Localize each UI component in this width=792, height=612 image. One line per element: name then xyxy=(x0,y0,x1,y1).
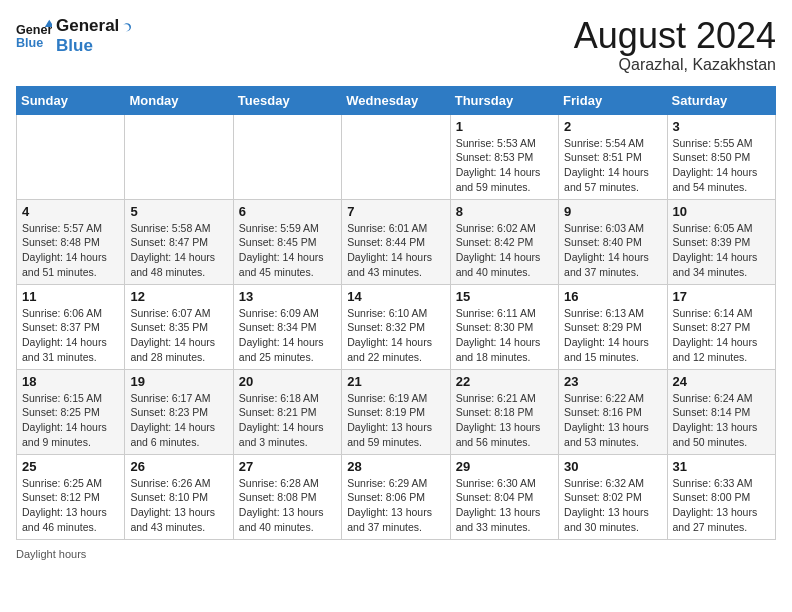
day-info: Sunrise: 6:03 AMSunset: 8:40 PMDaylight:… xyxy=(564,221,661,280)
calendar-cell: 14Sunrise: 6:10 AMSunset: 8:32 PMDayligh… xyxy=(342,284,450,369)
calendar-cell: 4Sunrise: 5:57 AMSunset: 8:48 PMDaylight… xyxy=(17,199,125,284)
weekday-header-row: SundayMondayTuesdayWednesdayThursdayFrid… xyxy=(17,86,776,114)
calendar-cell: 1Sunrise: 5:53 AMSunset: 8:53 PMDaylight… xyxy=(450,114,558,199)
day-number: 25 xyxy=(22,459,119,474)
calendar-week-3: 11Sunrise: 6:06 AMSunset: 8:37 PMDayligh… xyxy=(17,284,776,369)
day-number: 29 xyxy=(456,459,553,474)
day-number: 7 xyxy=(347,204,444,219)
day-info: Sunrise: 6:24 AMSunset: 8:14 PMDaylight:… xyxy=(673,391,770,450)
day-number: 22 xyxy=(456,374,553,389)
calendar-cell: 3Sunrise: 5:55 AMSunset: 8:50 PMDaylight… xyxy=(667,114,775,199)
day-number: 30 xyxy=(564,459,661,474)
calendar-cell: 18Sunrise: 6:15 AMSunset: 8:25 PMDayligh… xyxy=(17,369,125,454)
day-info: Sunrise: 5:53 AMSunset: 8:53 PMDaylight:… xyxy=(456,136,553,195)
day-number: 26 xyxy=(130,459,227,474)
day-number: 6 xyxy=(239,204,336,219)
month-year-title: August 2024 xyxy=(574,16,776,56)
calendar-cell: 29Sunrise: 6:30 AMSunset: 8:04 PMDayligh… xyxy=(450,454,558,539)
day-number: 3 xyxy=(673,119,770,134)
day-info: Sunrise: 6:02 AMSunset: 8:42 PMDaylight:… xyxy=(456,221,553,280)
day-number: 12 xyxy=(130,289,227,304)
calendar-cell xyxy=(17,114,125,199)
weekday-header-sunday: Sunday xyxy=(17,86,125,114)
day-info: Sunrise: 6:26 AMSunset: 8:10 PMDaylight:… xyxy=(130,476,227,535)
day-info: Sunrise: 5:58 AMSunset: 8:47 PMDaylight:… xyxy=(130,221,227,280)
day-info: Sunrise: 6:19 AMSunset: 8:19 PMDaylight:… xyxy=(347,391,444,450)
calendar-cell: 11Sunrise: 6:06 AMSunset: 8:37 PMDayligh… xyxy=(17,284,125,369)
day-info: Sunrise: 6:28 AMSunset: 8:08 PMDaylight:… xyxy=(239,476,336,535)
day-info: Sunrise: 6:33 AMSunset: 8:00 PMDaylight:… xyxy=(673,476,770,535)
day-info: Sunrise: 6:10 AMSunset: 8:32 PMDaylight:… xyxy=(347,306,444,365)
calendar-cell: 13Sunrise: 6:09 AMSunset: 8:34 PMDayligh… xyxy=(233,284,341,369)
calendar-cell: 8Sunrise: 6:02 AMSunset: 8:42 PMDaylight… xyxy=(450,199,558,284)
day-number: 2 xyxy=(564,119,661,134)
calendar-cell xyxy=(125,114,233,199)
weekday-header-friday: Friday xyxy=(559,86,667,114)
calendar-cell: 27Sunrise: 6:28 AMSunset: 8:08 PMDayligh… xyxy=(233,454,341,539)
calendar-cell: 6Sunrise: 5:59 AMSunset: 8:45 PMDaylight… xyxy=(233,199,341,284)
day-number: 16 xyxy=(564,289,661,304)
calendar-week-1: 1Sunrise: 5:53 AMSunset: 8:53 PMDaylight… xyxy=(17,114,776,199)
logo-general: General xyxy=(56,16,119,36)
logo-icon: General Blue xyxy=(16,18,52,54)
day-info: Sunrise: 6:18 AMSunset: 8:21 PMDaylight:… xyxy=(239,391,336,450)
day-info: Sunrise: 6:01 AMSunset: 8:44 PMDaylight:… xyxy=(347,221,444,280)
calendar-cell: 17Sunrise: 6:14 AMSunset: 8:27 PMDayligh… xyxy=(667,284,775,369)
day-number: 27 xyxy=(239,459,336,474)
day-info: Sunrise: 5:54 AMSunset: 8:51 PMDaylight:… xyxy=(564,136,661,195)
day-number: 9 xyxy=(564,204,661,219)
calendar-cell: 7Sunrise: 6:01 AMSunset: 8:44 PMDaylight… xyxy=(342,199,450,284)
calendar-cell: 22Sunrise: 6:21 AMSunset: 8:18 PMDayligh… xyxy=(450,369,558,454)
weekday-header-wednesday: Wednesday xyxy=(342,86,450,114)
calendar-cell: 26Sunrise: 6:26 AMSunset: 8:10 PMDayligh… xyxy=(125,454,233,539)
calendar-cell xyxy=(342,114,450,199)
calendar-cell: 30Sunrise: 6:32 AMSunset: 8:02 PMDayligh… xyxy=(559,454,667,539)
daylight-label: Daylight hours xyxy=(16,548,86,560)
day-number: 28 xyxy=(347,459,444,474)
day-number: 17 xyxy=(673,289,770,304)
calendar-cell: 25Sunrise: 6:25 AMSunset: 8:12 PMDayligh… xyxy=(17,454,125,539)
calendar-cell: 24Sunrise: 6:24 AMSunset: 8:14 PMDayligh… xyxy=(667,369,775,454)
calendar-table: SundayMondayTuesdayWednesdayThursdayFrid… xyxy=(16,86,776,540)
logo: General Blue General Blue xyxy=(16,16,133,57)
calendar-cell: 10Sunrise: 6:05 AMSunset: 8:39 PMDayligh… xyxy=(667,199,775,284)
day-info: Sunrise: 6:32 AMSunset: 8:02 PMDaylight:… xyxy=(564,476,661,535)
logo-bird-icon xyxy=(113,21,133,41)
day-number: 5 xyxy=(130,204,227,219)
location-subtitle: Qarazhal, Kazakhstan xyxy=(574,56,776,74)
day-info: Sunrise: 5:55 AMSunset: 8:50 PMDaylight:… xyxy=(673,136,770,195)
day-number: 11 xyxy=(22,289,119,304)
calendar-cell: 12Sunrise: 6:07 AMSunset: 8:35 PMDayligh… xyxy=(125,284,233,369)
day-number: 23 xyxy=(564,374,661,389)
day-number: 24 xyxy=(673,374,770,389)
day-number: 14 xyxy=(347,289,444,304)
day-info: Sunrise: 6:13 AMSunset: 8:29 PMDaylight:… xyxy=(564,306,661,365)
day-info: Sunrise: 6:09 AMSunset: 8:34 PMDaylight:… xyxy=(239,306,336,365)
day-number: 18 xyxy=(22,374,119,389)
day-number: 21 xyxy=(347,374,444,389)
day-info: Sunrise: 6:17 AMSunset: 8:23 PMDaylight:… xyxy=(130,391,227,450)
day-info: Sunrise: 6:05 AMSunset: 8:39 PMDaylight:… xyxy=(673,221,770,280)
calendar-cell: 28Sunrise: 6:29 AMSunset: 8:06 PMDayligh… xyxy=(342,454,450,539)
page-header: General Blue General Blue August 2024 Qa… xyxy=(16,16,776,74)
calendar-week-4: 18Sunrise: 6:15 AMSunset: 8:25 PMDayligh… xyxy=(17,369,776,454)
day-number: 10 xyxy=(673,204,770,219)
day-number: 20 xyxy=(239,374,336,389)
title-block: August 2024 Qarazhal, Kazakhstan xyxy=(574,16,776,74)
day-info: Sunrise: 6:07 AMSunset: 8:35 PMDaylight:… xyxy=(130,306,227,365)
day-info: Sunrise: 6:30 AMSunset: 8:04 PMDaylight:… xyxy=(456,476,553,535)
day-info: Sunrise: 6:15 AMSunset: 8:25 PMDaylight:… xyxy=(22,391,119,450)
calendar-cell: 20Sunrise: 6:18 AMSunset: 8:21 PMDayligh… xyxy=(233,369,341,454)
calendar-cell: 9Sunrise: 6:03 AMSunset: 8:40 PMDaylight… xyxy=(559,199,667,284)
day-info: Sunrise: 5:59 AMSunset: 8:45 PMDaylight:… xyxy=(239,221,336,280)
day-info: Sunrise: 6:25 AMSunset: 8:12 PMDaylight:… xyxy=(22,476,119,535)
calendar-cell: 5Sunrise: 5:58 AMSunset: 8:47 PMDaylight… xyxy=(125,199,233,284)
calendar-week-5: 25Sunrise: 6:25 AMSunset: 8:12 PMDayligh… xyxy=(17,454,776,539)
logo-blue: Blue xyxy=(56,36,119,56)
day-number: 31 xyxy=(673,459,770,474)
calendar-cell: 2Sunrise: 5:54 AMSunset: 8:51 PMDaylight… xyxy=(559,114,667,199)
day-info: Sunrise: 5:57 AMSunset: 8:48 PMDaylight:… xyxy=(22,221,119,280)
weekday-header-monday: Monday xyxy=(125,86,233,114)
calendar-cell: 16Sunrise: 6:13 AMSunset: 8:29 PMDayligh… xyxy=(559,284,667,369)
weekday-header-saturday: Saturday xyxy=(667,86,775,114)
